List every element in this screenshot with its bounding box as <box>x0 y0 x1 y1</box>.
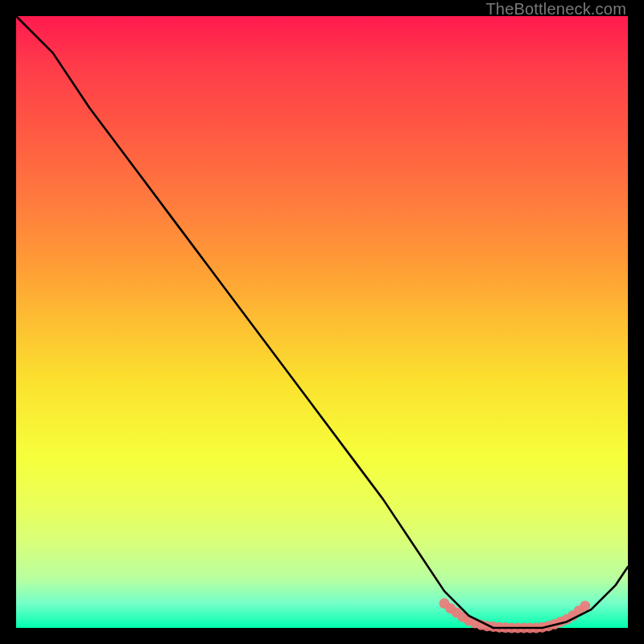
marker-dot <box>580 601 590 611</box>
curve-line <box>16 16 628 628</box>
chart-frame: TheBottleneck.com <box>0 0 644 644</box>
chart-svg <box>16 16 628 628</box>
plot-area <box>16 16 628 628</box>
